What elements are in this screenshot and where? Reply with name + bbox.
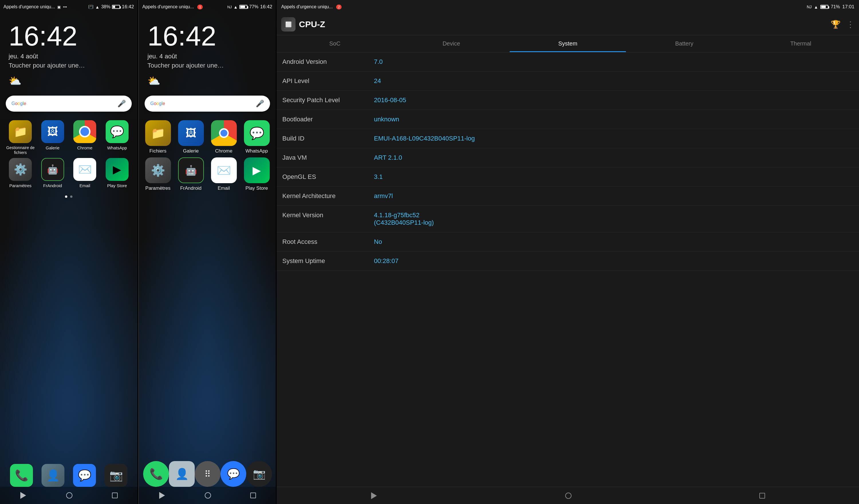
tab-device[interactable]: Device — [393, 35, 510, 52]
label-bootloader: Bootloader — [282, 116, 374, 123]
app-item-whatsapp-2[interactable]: 💬 WhatsApp — [242, 120, 271, 154]
app-item-playstore-2[interactable]: ▶ Play Store — [242, 157, 271, 191]
settings-icon-1: ⚙️ — [9, 158, 32, 181]
nav-bar-2 — [139, 487, 276, 504]
dock-phone-1[interactable]: 📞 — [10, 464, 33, 487]
google-search-1[interactable]: Google 🎤 — [6, 96, 132, 112]
dock-camera-1[interactable]: 📷 — [105, 464, 127, 487]
app-item-fichiers-2[interactable]: 📁 Fichiers — [143, 120, 173, 154]
app-item-email-1[interactable]: ✉️ Email — [70, 158, 100, 188]
dock-contacts-2[interactable]: 👤 — [169, 461, 195, 487]
status-bar-2: Appels d'urgence uniqu... 1 NJ ▲ 77% 16:… — [139, 0, 276, 14]
dock-messages-2[interactable]: 💬 — [221, 461, 246, 487]
value-kernel-version: 4.1.18-g75fbc52(C432B040SP11-log) — [374, 212, 853, 226]
time-1: 16:42 — [122, 4, 134, 10]
home-button-1[interactable] — [66, 492, 73, 499]
tab-system[interactable]: System — [510, 35, 626, 52]
label-kernel-version: Kernel Version — [282, 212, 374, 219]
page-dots-1 — [0, 191, 137, 202]
cpuz-wifi-icon: ▲ — [814, 4, 818, 10]
wifi-icon-1: ▲ — [95, 4, 100, 10]
row-api-level: API Level 24 — [276, 72, 859, 91]
cpuz-home-button[interactable] — [565, 492, 572, 499]
dock-phone-icon-2: 📞 — [143, 461, 169, 487]
dock-dots-icon-2: ⠿ — [195, 461, 221, 487]
gallery-icon-2: 🖼 — [178, 120, 204, 146]
cpuz-tabs: SoC Device System Battery Thermal — [276, 35, 859, 52]
app-item-gallery-2[interactable]: 🖼 Galerie — [176, 120, 206, 154]
dock-dots-2[interactable]: ⠿ — [195, 461, 221, 487]
row-security-patch: Security Patch Level 2016-08-05 — [276, 91, 859, 110]
google-search-2[interactable]: Google 🎤 — [145, 96, 270, 112]
recent-button-1[interactable] — [112, 492, 118, 498]
cpuz-emergency-text: Appels d'urgence uniqu... — [281, 4, 333, 10]
dock-phone-2[interactable]: 📞 — [143, 461, 169, 487]
app-item-files-1[interactable]: 📁 Gestionnaire de fichiers — [6, 120, 35, 155]
app-item-whatsapp-1[interactable]: 💬 WhatsApp — [103, 120, 132, 155]
dock-contacts-icon-2: 👤 — [169, 461, 195, 487]
playstore-icon-1: ▶ — [106, 158, 129, 181]
trophy-icon[interactable]: 🏆 — [831, 20, 841, 29]
lock-date-1: jeu. 4 août — [0, 50, 137, 60]
app-item-chrome-2[interactable]: Chrome — [209, 120, 239, 154]
back-button-2[interactable] — [159, 492, 165, 499]
row-kernel-version: Kernel Version 4.1.18-g75fbc52(C432B040S… — [276, 206, 859, 232]
row-bootloader: Bootloader unknown — [276, 110, 859, 129]
weather-icon-2: ⛅ — [139, 69, 276, 87]
battery-icon-2 — [239, 5, 247, 9]
weather-icon-1: ⛅ — [0, 69, 137, 87]
google-logo-2: Google — [150, 101, 165, 106]
menu-icon[interactable]: ⋮ — [846, 20, 855, 29]
recent-button-2[interactable] — [250, 492, 256, 498]
dock-messages-1[interactable]: 💬 — [73, 464, 96, 487]
phone-panel-1: Appels d'urgence uniqu... ▣ ••• 📳 ▲ 38% … — [0, 0, 137, 504]
row-java-vm: Java VM ART 2.1.0 — [276, 148, 859, 167]
dock-messages-icon-1: 💬 — [73, 464, 96, 487]
cpuz-recent-button[interactable] — [759, 493, 765, 499]
back-button-1[interactable] — [20, 492, 26, 499]
settings-icon-2: ⚙️ — [145, 157, 171, 183]
app-item-frandroid-2[interactable]: 🤖 FrAndroid — [176, 157, 206, 191]
mic-icon-2[interactable]: 🎤 — [256, 100, 264, 108]
app-item-frandroid-1[interactable]: 🤖 FrAndroid — [38, 158, 67, 188]
cpuz-title: CPU-Z — [299, 19, 325, 29]
lock-time-1: 16:42 — [0, 14, 137, 50]
cpuz-panel: Appels d'urgence uniqu... 2 NJ ▲ 71% 17:… — [276, 0, 859, 504]
app-item-settings-2[interactable]: ⚙️ Paramètres — [143, 157, 173, 191]
lock-touch-1: Toucher pour ajouter une… — [0, 60, 137, 69]
cpuz-nav-bar — [276, 487, 859, 504]
tab-thermal[interactable]: Thermal — [742, 35, 859, 52]
dock-messages-icon-2: 💬 — [221, 461, 246, 487]
time-2: 16:42 — [260, 4, 272, 10]
email-icon-2: ✉️ — [211, 157, 237, 183]
mic-icon-1[interactable]: 🎤 — [117, 100, 126, 108]
battery-pct-2: 77% — [249, 4, 258, 10]
cpuz-notification-badge: 2 — [336, 4, 342, 10]
whatsapp-label-2: WhatsApp — [245, 148, 268, 154]
app-item-gallery-1[interactable]: 🖼 Galerie — [38, 120, 67, 155]
app-item-playstore-1[interactable]: ▶ Play Store — [103, 158, 132, 188]
label-android-version: Android Version — [282, 58, 374, 65]
home-button-2[interactable] — [205, 492, 211, 499]
app-item-settings-1[interactable]: ⚙️ Paramètres — [6, 158, 35, 188]
battery-fill-1 — [113, 6, 115, 8]
lock-time-2: 16:42 — [139, 14, 276, 50]
cpuz-nfc-icon: NJ — [807, 4, 812, 9]
gallery-icon-1: 🖼 — [41, 120, 64, 143]
app-item-chrome-1[interactable]: Chrome — [70, 120, 100, 155]
emergency-text-1: Appels d'urgence uniqu... — [3, 4, 55, 10]
cpuz-header-actions: 🏆 ⋮ — [831, 20, 855, 29]
tab-battery[interactable]: Battery — [626, 35, 742, 52]
row-opengl: OpenGL ES 3.1 — [276, 167, 859, 187]
notification-badge-2: 1 — [197, 4, 203, 10]
chrome-icon-2 — [211, 120, 237, 146]
app-item-email-2[interactable]: ✉️ Email — [209, 157, 239, 191]
dock-contacts-1[interactable]: 👤 — [42, 464, 64, 487]
cpuz-back-button[interactable] — [371, 492, 377, 499]
dot-1-inactive — [70, 196, 73, 198]
chrome-label-1: Chrome — [77, 146, 92, 151]
tab-soc[interactable]: SoC — [276, 35, 393, 52]
label-root-access: Root Access — [282, 238, 374, 246]
dock-camera-2[interactable]: 📷 — [246, 461, 272, 487]
nfc-icon-2: NJ — [227, 5, 232, 9]
